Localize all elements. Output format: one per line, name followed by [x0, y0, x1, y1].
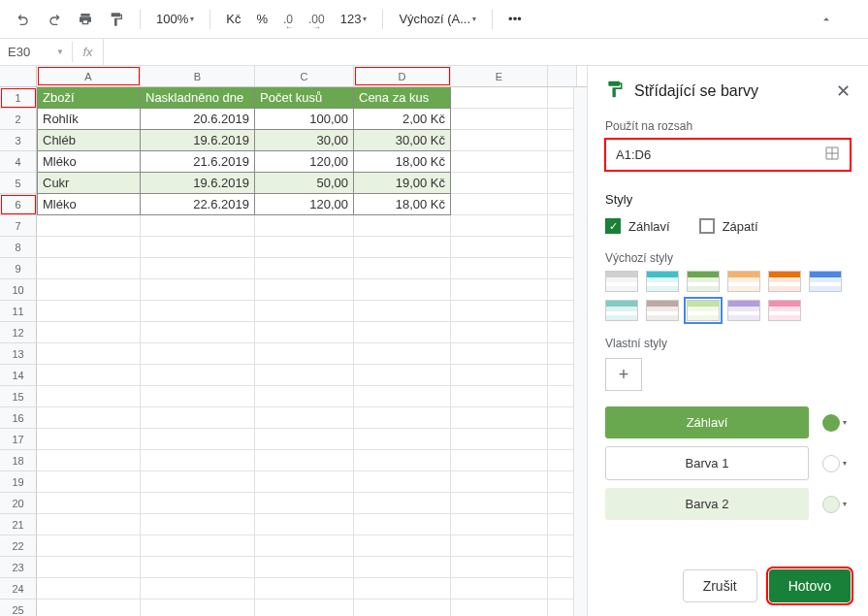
row-header-12[interactable]: 12: [0, 322, 37, 343]
cell[interactable]: 30,00: [255, 130, 354, 151]
number-format-dropdown[interactable]: 123▾: [337, 10, 371, 28]
col-header-a[interactable]: A: [37, 66, 141, 86]
cell[interactable]: [451, 600, 548, 616]
cell[interactable]: [255, 407, 354, 429]
cell[interactable]: [451, 343, 548, 365]
cell[interactable]: [141, 514, 255, 535]
cell[interactable]: [37, 429, 141, 450]
style-swatch[interactable]: [768, 300, 801, 321]
select-all-corner[interactable]: [0, 66, 37, 86]
cell[interactable]: [451, 258, 548, 279]
cell[interactable]: [354, 429, 451, 450]
cell[interactable]: [37, 215, 141, 237]
row-header-4[interactable]: 4: [0, 151, 37, 173]
style-swatch[interactable]: [687, 271, 720, 292]
cell[interactable]: 50,00: [255, 173, 354, 194]
cell[interactable]: [141, 365, 255, 386]
cell[interactable]: [451, 450, 548, 471]
header-color-picker[interactable]: ▾: [819, 410, 851, 436]
cell[interactable]: [354, 279, 451, 301]
cell[interactable]: [354, 600, 451, 616]
decrease-decimal-button[interactable]: .0←: [279, 9, 297, 30]
cell[interactable]: [141, 386, 255, 407]
cell[interactable]: 19.6.2019: [141, 173, 255, 194]
cell[interactable]: [141, 215, 255, 237]
cell[interactable]: [451, 322, 548, 343]
cell[interactable]: [451, 578, 548, 600]
col-header-b[interactable]: B: [141, 66, 255, 86]
cell[interactable]: [141, 600, 255, 616]
row-header-9[interactable]: 9: [0, 258, 37, 279]
row-header-6[interactable]: 6: [0, 194, 37, 215]
row-header-3[interactable]: 3: [0, 130, 37, 151]
add-custom-style-button[interactable]: +: [605, 358, 642, 391]
col-header-c[interactable]: C: [255, 66, 354, 86]
cell[interactable]: Mléko: [37, 194, 141, 215]
cell[interactable]: Počet kusů: [255, 87, 354, 109]
cell[interactable]: 18,00 Kč: [354, 194, 451, 215]
cell[interactable]: [451, 386, 548, 407]
col-header-d[interactable]: D: [354, 66, 451, 86]
row-header-15[interactable]: 15: [0, 386, 37, 407]
row-header-10[interactable]: 10: [0, 279, 37, 301]
cell[interactable]: [255, 557, 354, 578]
name-box[interactable]: E30▼: [0, 42, 73, 62]
cell[interactable]: [37, 322, 141, 343]
cell[interactable]: [255, 600, 354, 616]
cell[interactable]: [255, 514, 354, 535]
cell[interactable]: [354, 514, 451, 535]
grid-icon[interactable]: [824, 146, 840, 164]
cell[interactable]: Mléko: [37, 151, 141, 173]
cell[interactable]: [451, 194, 548, 215]
increase-decimal-button[interactable]: .00→: [305, 9, 329, 30]
cell[interactable]: [37, 258, 141, 279]
cell[interactable]: [141, 450, 255, 471]
cell[interactable]: [37, 471, 141, 493]
spreadsheet-grid[interactable]: A B C D E 1ZbožíNaskladněno dnePočet kus…: [0, 66, 587, 616]
cell[interactable]: [255, 450, 354, 471]
collapse-toolbar-button[interactable]: [816, 9, 837, 30]
cell[interactable]: [451, 237, 548, 258]
row-header-18[interactable]: 18: [0, 450, 37, 471]
cell[interactable]: 19,00 Kč: [354, 173, 451, 194]
col-header-e[interactable]: E: [451, 66, 548, 86]
cell[interactable]: [255, 535, 354, 557]
cell[interactable]: [37, 535, 141, 557]
cell[interactable]: [37, 578, 141, 600]
cell[interactable]: [37, 237, 141, 258]
row-header-19[interactable]: 19: [0, 471, 37, 493]
cell[interactable]: [37, 450, 141, 471]
cell[interactable]: 20.6.2019: [141, 109, 255, 130]
footer-checkbox[interactable]: [699, 218, 715, 234]
style-swatch[interactable]: [605, 271, 638, 292]
undo-button[interactable]: [12, 8, 35, 31]
row-header-25[interactable]: 25: [0, 600, 37, 616]
cell[interactable]: [354, 386, 451, 407]
percent-button[interactable]: %: [252, 8, 272, 30]
cell[interactable]: [451, 471, 548, 493]
style-swatch[interactable]: [687, 300, 720, 321]
row-header-16[interactable]: 16: [0, 407, 37, 429]
zoom-dropdown[interactable]: 100%▾: [152, 10, 198, 28]
cell[interactable]: Cena za kus: [354, 87, 451, 109]
cell[interactable]: [141, 322, 255, 343]
cell[interactable]: [37, 514, 141, 535]
vertical-scrollbar[interactable]: [573, 87, 587, 616]
cell[interactable]: [141, 407, 255, 429]
row-header-7[interactable]: 7: [0, 215, 37, 237]
row-header-17[interactable]: 17: [0, 429, 37, 450]
style-swatch[interactable]: [646, 271, 679, 292]
cell[interactable]: [451, 514, 548, 535]
cell[interactable]: [141, 578, 255, 600]
cell[interactable]: [354, 557, 451, 578]
cell[interactable]: [451, 429, 548, 450]
cell[interactable]: [451, 557, 548, 578]
cell[interactable]: [141, 429, 255, 450]
cell[interactable]: [37, 365, 141, 386]
cell[interactable]: 18,00 Kč: [354, 151, 451, 173]
redo-button[interactable]: [43, 8, 66, 31]
cell[interactable]: [141, 471, 255, 493]
cell[interactable]: [451, 109, 548, 130]
row-header-11[interactable]: 11: [0, 301, 37, 322]
row-header-23[interactable]: 23: [0, 557, 37, 578]
